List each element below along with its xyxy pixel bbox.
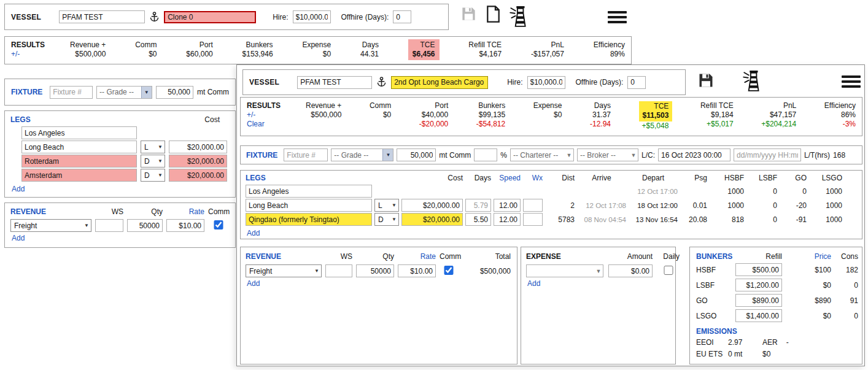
lighthouse-icon[interactable] (510, 6, 528, 28)
leg-type-select[interactable]: D▼ (374, 213, 399, 226)
eeoi-label: EEOI (696, 337, 724, 349)
clear-link[interactable]: Clear (247, 120, 306, 129)
legs-label: LEGS (10, 115, 31, 124)
anchor-icon[interactable] (376, 76, 387, 88)
rate-header[interactable]: Rate (398, 252, 436, 261)
bp-scenario-input[interactable] (164, 11, 256, 23)
broker-select[interactable]: -- Broker --▼ (577, 148, 638, 161)
leg-port-input[interactable] (246, 213, 372, 226)
leg-speed-input[interactable] (494, 199, 521, 212)
save-icon[interactable] (697, 72, 715, 89)
bp-vessel-name-input[interactable] (59, 10, 145, 23)
bp-quantity-input[interactable] (156, 86, 193, 99)
speed-header[interactable]: Speed (494, 174, 521, 182)
leg-type-select[interactable]: D▼ (141, 169, 165, 182)
leg-port-input[interactable] (246, 199, 372, 212)
revenue-type-select[interactable]: Freight▼ (10, 219, 91, 232)
qty-header: Qty (356, 252, 394, 261)
menu-icon[interactable] (842, 73, 861, 90)
results-col-port: Port$60,000 (186, 40, 212, 59)
menu-icon[interactable] (608, 9, 627, 26)
add-leg-link[interactable]: Add (247, 229, 260, 237)
revenue-type-select[interactable]: Freight▼ (246, 264, 322, 277)
fp-vessel-name-input[interactable] (297, 76, 372, 89)
copy-page-icon[interactable] (486, 6, 500, 23)
leg-cost-input[interactable] (401, 199, 463, 212)
bunker-refill-input[interactable] (735, 294, 782, 307)
cost-header: Cost (401, 174, 463, 182)
bp-hire-input[interactable] (293, 10, 331, 23)
chevron-down-icon: ▼ (158, 158, 163, 164)
comm-checkbox[interactable] (208, 220, 229, 229)
leg-cost-input[interactable] (169, 141, 227, 153)
bunker-price: $0 (786, 281, 831, 290)
leg-hsbf: 1000 (710, 201, 744, 210)
laytime-value: 168 (833, 151, 845, 160)
leg-port-input[interactable] (21, 126, 137, 139)
fp-quantity-input[interactable] (397, 148, 436, 161)
leg-cost-input[interactable] (401, 213, 463, 226)
bp-fixture-number-input[interactable] (50, 86, 93, 99)
bunkers-label: BUNKERS (696, 252, 732, 261)
qty-header: Qty (127, 207, 163, 216)
bunker-refill-input[interactable] (735, 263, 782, 276)
anchor-icon[interactable] (149, 11, 160, 23)
expense-type-select[interactable]: ▼ (526, 264, 603, 277)
plusminus-link[interactable]: +/- (11, 50, 70, 59)
ws-input[interactable] (325, 264, 352, 277)
leg-port-input[interactable] (246, 185, 372, 198)
add-expense-link[interactable]: Add (527, 279, 540, 288)
fp-hire-input[interactable] (527, 76, 565, 89)
rate-input[interactable] (166, 219, 204, 232)
comm-checkbox[interactable] (440, 266, 458, 275)
fp-grade-select[interactable]: -- Grade --▼ (331, 148, 393, 161)
bp-offhire-input[interactable] (393, 10, 411, 23)
fp-comm-pct-input[interactable] (474, 148, 497, 161)
fp-offhire-input[interactable] (627, 76, 646, 89)
quantity-unit-label: mt Comm (197, 88, 229, 96)
leg-port-input[interactable] (21, 141, 137, 153)
ws-input[interactable] (95, 219, 123, 232)
bp-grade-select[interactable]: -- Grade --▼ (96, 86, 152, 99)
bunker-refill-input[interactable] (735, 279, 782, 291)
plusminus-link[interactable]: +/- (247, 110, 306, 120)
leg-depart: 12 Oct 17:00 (629, 188, 678, 195)
qty-input[interactable] (127, 219, 163, 232)
laycan-to-input[interactable] (734, 148, 801, 161)
daily-checkbox[interactable] (657, 266, 680, 275)
rate-header[interactable]: Rate (166, 207, 204, 216)
charterer-select[interactable]: -- Charterer --▼ (510, 148, 574, 161)
leg-wx-input[interactable] (523, 213, 543, 226)
leg-wx-input[interactable] (523, 199, 543, 212)
laycan-from-input[interactable] (658, 148, 730, 161)
leg-port-input[interactable] (21, 155, 137, 168)
leg-days-input[interactable] (465, 213, 491, 226)
leg-days-input[interactable] (465, 199, 491, 212)
results-col-bunkers: Bunkers$99,135-$54,812 (476, 101, 505, 131)
leg-cost-input[interactable] (169, 169, 227, 182)
lighthouse-icon[interactable] (743, 70, 761, 92)
add-leg-link[interactable]: Add (12, 185, 25, 193)
leg-speed-input[interactable] (494, 213, 521, 226)
leg-type-select[interactable]: D▼ (141, 155, 165, 168)
expense-amount-input[interactable] (608, 264, 653, 277)
add-revenue-link[interactable]: Add (247, 279, 260, 288)
leg-cost-input[interactable] (169, 155, 227, 168)
bunker-refill-input[interactable] (735, 309, 782, 322)
arrive-header: Arrive (577, 174, 626, 182)
leg-row (21, 126, 230, 139)
wx-header[interactable]: Wx (523, 174, 543, 182)
leg-type-select[interactable]: L▼ (374, 199, 399, 212)
leg-type-select[interactable]: L▼ (141, 141, 165, 153)
leg-go: 0 (780, 187, 807, 196)
leg-port-input[interactable] (21, 169, 137, 182)
fp-scenario-input[interactable] (391, 76, 488, 89)
rate-input[interactable] (398, 264, 436, 277)
fp-fixture-number-input[interactable] (284, 148, 328, 161)
leg-row: D▼ (21, 155, 230, 168)
save-icon[interactable] (460, 6, 477, 22)
percent-label: % (500, 151, 507, 160)
qty-input[interactable] (356, 264, 394, 277)
price-header[interactable]: Price (786, 252, 831, 261)
add-revenue-link[interactable]: Add (12, 234, 25, 242)
